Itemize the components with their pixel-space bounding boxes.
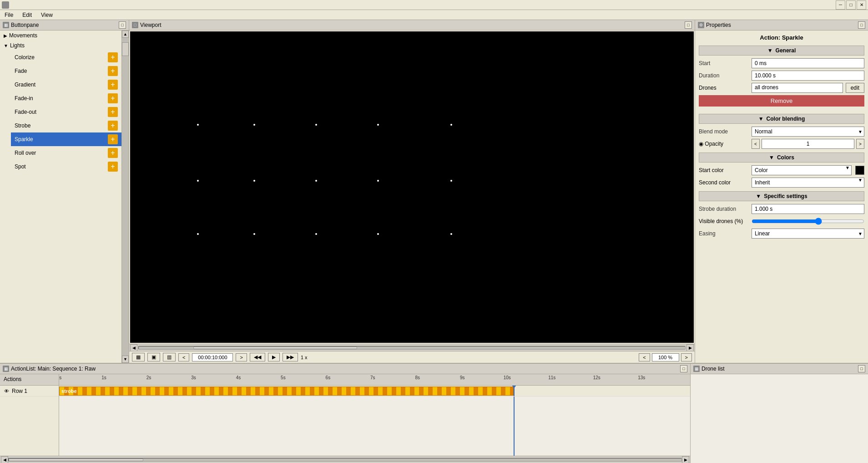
visible-drones-row: Visible drones (%) — [699, 216, 864, 226]
add-fadein-button[interactable]: + — [108, 93, 118, 103]
blend-mode-row: Blend mode Normal Multiply Screen ▼ — [699, 127, 864, 137]
opacity-increase[interactable]: > — [856, 139, 864, 149]
drones-row: Drones all drones edit — [699, 83, 864, 93]
properties-header: ⚙ Properties □ — [695, 20, 868, 31]
ruler-1s: 1s — [101, 375, 106, 380]
sidebar-item-colorize[interactable]: Colorize + — [11, 51, 121, 64]
viewport-maximize[interactable]: □ — [685, 21, 692, 29]
hscroll-right[interactable]: ▶ — [686, 344, 694, 351]
sidebar-item-rollover[interactable]: Roll over + — [11, 146, 121, 160]
add-colorize-button[interactable]: + — [108, 52, 118, 62]
visible-drones-slider[interactable] — [752, 218, 864, 225]
sidebar-item-fadein[interactable]: Fade-in + — [11, 92, 121, 105]
filmstrip-btn2[interactable]: ▣ — [147, 353, 160, 361]
drone-12 — [253, 233, 255, 235]
play-button[interactable]: ▶ — [268, 353, 280, 361]
filmstrip-btn1[interactable]: ▦ — [132, 353, 145, 361]
buttonpane-maximize[interactable]: □ — [119, 21, 126, 29]
prev-frame-button[interactable]: < — [178, 353, 189, 361]
strobe-block[interactable]: strobe — [59, 387, 514, 396]
next-frame-button[interactable]: > — [236, 353, 247, 361]
duration-input[interactable] — [752, 71, 864, 81]
sidebar-item-movements[interactable]: ▶ Movements — [0, 31, 121, 41]
start-input[interactable] — [752, 58, 864, 68]
sidebar-item-fade[interactable]: Fade + — [11, 64, 121, 78]
timeline-scroll-left[interactable]: ◀ — [1, 456, 8, 463]
menu-view[interactable]: View — [38, 11, 56, 19]
sparkle-label: Sparkle — [15, 136, 108, 142]
menu-edit[interactable]: Edit — [20, 11, 35, 19]
sidebar-item-sparkle[interactable]: Sparkle + — [11, 132, 121, 146]
edit-drones-button[interactable]: edit — [846, 83, 864, 93]
visible-drones-slider-wrapper — [752, 216, 864, 226]
drone-list-title: Drone list — [701, 366, 725, 372]
drone-7 — [253, 180, 255, 182]
ruler-12s: 12s — [593, 375, 601, 380]
general-toggle[interactable]: ▼ — [767, 47, 773, 54]
ruler-4s: 4s — [236, 375, 241, 380]
colors-toggle[interactable]: ▼ — [769, 154, 774, 161]
left-panel-scrollbar[interactable]: ▲ ▼ — [121, 31, 129, 363]
left-panel: ▦ Buttonpane □ ▶ Movements ▼ Lights — [0, 20, 129, 363]
eye-icon[interactable]: 👁 — [3, 387, 10, 395]
easing-select[interactable]: Linear Ease In Ease Out — [752, 229, 864, 239]
close-button[interactable]: ✕ — [857, 0, 866, 10]
blend-mode-select[interactable]: Normal Multiply Screen — [752, 127, 864, 137]
zoom-in-button[interactable]: > — [681, 353, 692, 361]
color-blending-header: ▼ Color blending — [699, 114, 864, 124]
drone-4 — [377, 124, 379, 126]
timeline-scroll-thumb[interactable] — [9, 458, 143, 461]
rewind-button[interactable]: ◀◀ — [250, 353, 265, 361]
zoom-out-button[interactable]: < — [639, 353, 650, 361]
add-fade-button[interactable]: + — [108, 66, 118, 76]
menu-file[interactable]: File — [2, 11, 16, 19]
filmstrip-btn3[interactable]: ▥ — [163, 353, 176, 361]
general-header: ▼ General — [699, 46, 864, 56]
sidebar-item-strobe[interactable]: Strobe + — [11, 119, 121, 132]
scroll-up-button[interactable]: ▲ — [122, 31, 129, 38]
specific-toggle[interactable]: ▼ — [756, 193, 761, 199]
minimize-button[interactable]: ─ — [836, 0, 845, 10]
add-sparkle-button[interactable]: + — [108, 134, 118, 144]
lights-label: Lights — [10, 42, 118, 49]
drone-list-maximize[interactable]: □ — [858, 365, 865, 372]
sidebar-item-spot[interactable]: Spot + — [11, 160, 121, 173]
remove-button[interactable]: Remove — [699, 95, 864, 107]
easing-row: Easing Linear Ease In Ease Out ▼ — [699, 229, 864, 239]
maximize-button[interactable]: □ — [846, 0, 856, 10]
opacity-decrease[interactable]: < — [752, 139, 760, 149]
sidebar-item-lights[interactable]: ▼ Lights — [0, 41, 121, 51]
title-bar-controls: ─ □ ✕ — [836, 0, 866, 10]
add-gradient-button[interactable]: + — [108, 80, 118, 90]
drone-list-header: ▦ Drone list □ — [691, 364, 868, 374]
sidebar-item-gradient[interactable]: Gradient + — [11, 78, 121, 92]
hscroll-left[interactable]: ◀ — [130, 344, 137, 351]
fast-forward-button[interactable]: ▶▶ — [283, 353, 298, 361]
timeline-scroll-right[interactable]: ▶ — [682, 456, 689, 463]
sidebar-item-fadeout[interactable]: Fade-out + — [11, 105, 121, 119]
toggle-lights[interactable]: ▼ — [4, 43, 8, 48]
strobe-duration-input[interactable] — [752, 204, 864, 214]
opacity-input[interactable] — [762, 139, 854, 149]
add-rollover-button[interactable]: + — [108, 148, 118, 158]
strobe-duration-row: Strobe duration — [699, 204, 864, 214]
add-spot-button[interactable]: + — [108, 162, 118, 172]
duration-row: Duration — [699, 71, 864, 81]
scroll-thumb[interactable] — [122, 42, 129, 56]
hscroll-thumb[interactable] — [193, 346, 357, 349]
add-strobe-button[interactable]: + — [108, 121, 118, 131]
second-color-select[interactable]: Inherit Color — [752, 178, 864, 188]
playhead[interactable] — [514, 386, 515, 396]
color-blending-toggle[interactable]: ▼ — [758, 116, 764, 122]
add-fadeout-button[interactable]: + — [108, 107, 118, 117]
scroll-down-button[interactable]: ▼ — [122, 356, 129, 363]
buttonpane-header: ▦ Buttonpane □ — [0, 20, 129, 31]
actionlist-maximize[interactable]: □ — [680, 365, 687, 372]
drone-10 — [450, 180, 452, 182]
toggle-movements[interactable]: ▶ — [4, 33, 7, 38]
row-labels: 👁 Row 1 — [0, 386, 59, 456]
start-color-swatch[interactable] — [855, 166, 864, 175]
ruler-0s: 0s — [59, 375, 61, 380]
start-color-select[interactable]: Color Inherit — [752, 165, 852, 175]
properties-maximize[interactable]: □ — [858, 21, 865, 29]
